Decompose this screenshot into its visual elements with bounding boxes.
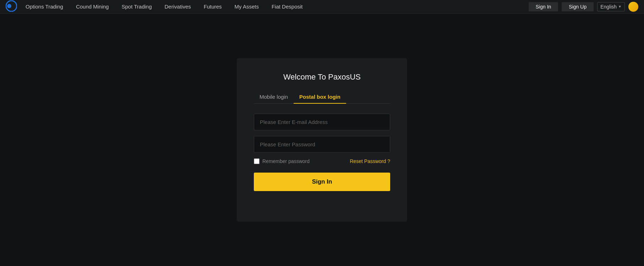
reset-password-link[interactable]: Reset Password ? (350, 158, 390, 164)
nav-item-options-trading[interactable]: Options Trading (26, 4, 63, 10)
main-content: Welcome To PaxosUS Mobile login Postal b… (0, 13, 644, 266)
nav-item-fiat-deposit[interactable]: Fiat Desposit (272, 4, 303, 10)
svg-point-1 (7, 4, 11, 8)
language-label: English (600, 4, 617, 10)
main-nav: Options Trading Cound Mining Spot Tradin… (26, 4, 529, 10)
remember-left: Remember password (254, 158, 310, 164)
language-selector[interactable]: English ▼ (597, 2, 625, 11)
email-input[interactable] (254, 114, 390, 130)
sign-in-button[interactable]: Sign In (529, 2, 558, 11)
login-tabs: Mobile login Postal box login (254, 92, 390, 104)
avatar[interactable] (628, 2, 638, 12)
login-title: Welcome To PaxosUS (254, 72, 390, 82)
logo[interactable] (6, 0, 26, 13)
nav-item-my-assets[interactable]: My Assets (235, 4, 259, 10)
header-right: Sign In Sign Up English ▼ (529, 2, 638, 12)
nav-item-cound-mining[interactable]: Cound Mining (76, 4, 109, 10)
nav-item-futures[interactable]: Futures (204, 4, 222, 10)
remember-checkbox[interactable] (254, 158, 260, 164)
sign-in-submit-button[interactable]: Sign In (254, 173, 390, 191)
nav-item-derivatives[interactable]: Derivatives (165, 4, 191, 10)
sign-up-button[interactable]: Sign Up (562, 2, 594, 11)
password-input[interactable] (254, 136, 390, 153)
tab-postal-login[interactable]: Postal box login (294, 92, 346, 103)
remember-label: Remember password (262, 158, 310, 164)
chevron-down-icon: ▼ (618, 5, 622, 9)
login-card: Welcome To PaxosUS Mobile login Postal b… (237, 58, 407, 222)
remember-row: Remember password Reset Password ? (254, 158, 390, 164)
tab-mobile-login[interactable]: Mobile login (254, 92, 294, 103)
nav-item-spot-trading[interactable]: Spot Trading (121, 4, 152, 10)
header: Options Trading Cound Mining Spot Tradin… (0, 0, 644, 13)
